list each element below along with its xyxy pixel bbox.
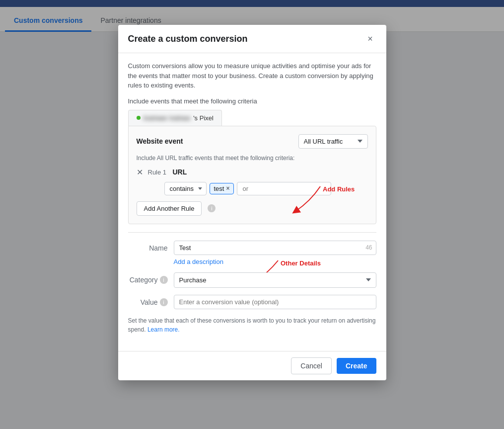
rule-label: Rule 1	[148, 169, 168, 176]
close-button[interactable]: ×	[364, 33, 376, 45]
pixel-name: Instriwer Indriwe	[144, 114, 191, 122]
name-field-row: Name 46 Add a description	[128, 241, 376, 265]
value-input[interactable]	[174, 295, 376, 309]
add-another-rule-button[interactable]: Add Another Rule	[137, 201, 202, 216]
category-select[interactable]: Purchase Add to Cart Checkout Lead Compl…	[174, 272, 376, 288]
name-input[interactable]	[174, 241, 376, 255]
url-traffic-hint: Include All URL traffic events that meet…	[137, 155, 368, 162]
website-event-label: Website event	[137, 137, 183, 145]
dialog-body: Custom conversions allow you to measure …	[118, 53, 386, 351]
rule-row: ✕ Rule 1 URL	[137, 168, 368, 177]
condition-select[interactable]: contains	[164, 182, 207, 195]
svg-text:Add Rules: Add Rules	[323, 185, 355, 193]
category-label-wrap: Category i	[128, 272, 168, 284]
details-section: Name 46 Add a description	[128, 241, 376, 343]
website-event-row: Website event All URL traffic	[137, 134, 368, 149]
category-select-wrap: Purchase Add to Cart Checkout Lead Compl…	[174, 272, 376, 288]
pixel-tab[interactable]: Instriwer Indriwe 's Pixel	[128, 110, 222, 126]
value-input-wrap	[174, 295, 376, 309]
rule-type: URL	[173, 168, 187, 176]
dialog-title: Create a custom conversion	[128, 34, 248, 44]
rules-info-icon[interactable]: i	[208, 204, 216, 212]
info-text: Custom conversions allow you to measure …	[128, 61, 376, 90]
name-input-wrap: 46 Add a description	[174, 241, 376, 265]
dialog-footer: Cancel Create	[118, 351, 386, 380]
category-field-row: Category i Purchase Add to Cart Checkout…	[128, 272, 376, 288]
create-conversion-dialog: Create a custom conversion × Custom conv…	[118, 25, 386, 380]
pixel-tab-bar: Instriwer Indriwe 's Pixel	[128, 110, 376, 126]
value-label-wrap: Value i	[128, 295, 168, 306]
create-button[interactable]: Create	[337, 358, 376, 374]
svg-text:Other Details: Other Details	[281, 259, 321, 267]
website-event-select[interactable]: All URL traffic	[298, 134, 368, 149]
dialog-header: Create a custom conversion ×	[118, 25, 386, 53]
value-info-icon[interactable]: i	[160, 298, 168, 306]
close-icon: ✕	[137, 168, 143, 177]
category-label: Category	[130, 276, 158, 284]
tag-text: test	[214, 185, 224, 192]
tag-remove-button[interactable]: ×	[226, 185, 229, 192]
rule-remove-button[interactable]: ✕	[137, 168, 143, 177]
rules-section: Website event All URL traffic Include Al…	[128, 126, 376, 224]
add-rule-area: Add Another Rule i Add Rules	[137, 201, 368, 216]
category-info-icon[interactable]: i	[160, 276, 168, 284]
value-label: Value	[141, 298, 158, 306]
tag-value: test ×	[210, 183, 234, 194]
section-divider	[128, 232, 376, 233]
criteria-label: Include events that meet the following c…	[128, 97, 376, 105]
name-label: Name	[128, 241, 168, 252]
add-rules-arrow: Add Rules	[281, 181, 360, 221]
description-area: Add a description Other Details	[174, 258, 376, 265]
learn-more-link[interactable]: Learn more.	[147, 326, 180, 333]
value-field-row: Value i	[128, 295, 376, 309]
name-input-container: 46	[174, 241, 376, 255]
char-count: 46	[365, 244, 372, 251]
pixel-status-dot	[137, 116, 141, 120]
pixel-suffix: 's Pixel	[193, 114, 214, 122]
help-text: Set the value that each of these convers…	[128, 316, 376, 334]
cancel-button[interactable]: Cancel	[291, 357, 332, 374]
